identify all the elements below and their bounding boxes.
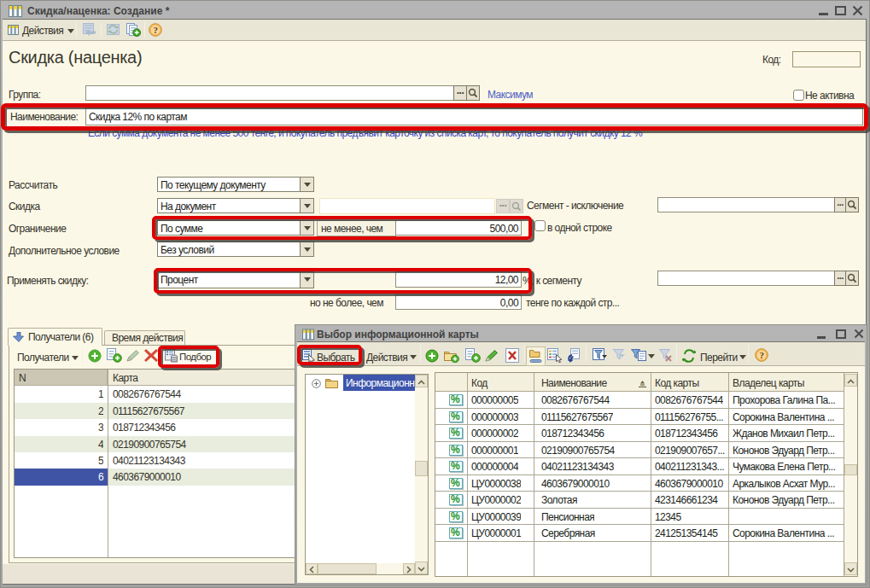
svg-text:?: ?	[760, 350, 764, 360]
svg-text:?: ?	[154, 25, 158, 35]
